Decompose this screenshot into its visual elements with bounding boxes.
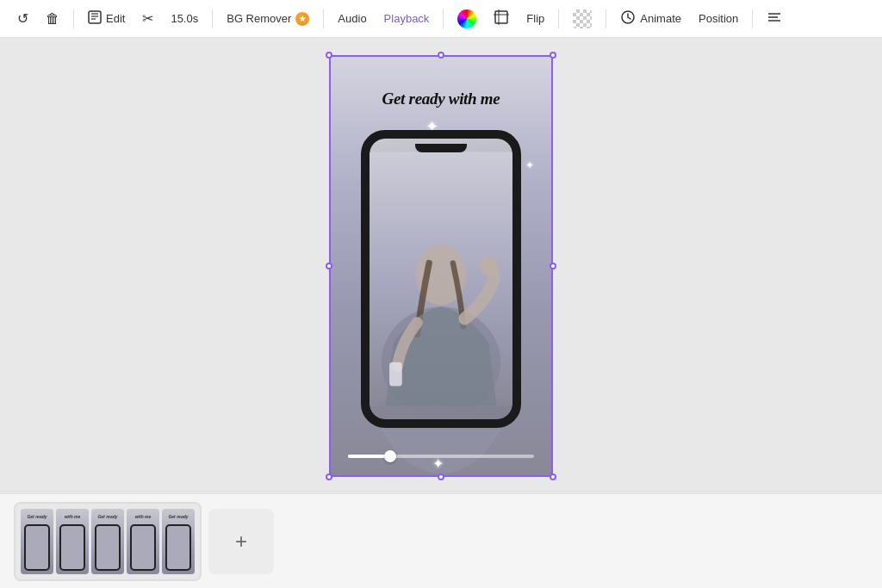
- svg-rect-4: [495, 11, 507, 23]
- handle-tl[interactable]: [326, 52, 332, 59]
- film-thumb-1-text: Get ready: [22, 514, 52, 519]
- film-thumb-3[interactable]: Get ready: [91, 509, 124, 574]
- divider-6: [606, 9, 606, 28]
- position-label: Position: [699, 12, 738, 25]
- film-thumb-5-phone: [165, 524, 191, 571]
- refresh-button[interactable]: ↺: [10, 9, 35, 29]
- divider-3: [323, 9, 324, 28]
- handle-tm[interactable]: [438, 52, 444, 59]
- divider-2: [212, 9, 213, 28]
- film-thumb-1[interactable]: Get ready: [21, 509, 53, 574]
- bg-remover-button[interactable]: BG Remover ★: [220, 9, 316, 29]
- transparency-button[interactable]: [566, 6, 599, 32]
- phone-notch: [415, 144, 467, 152]
- edit-button[interactable]: Edit: [81, 7, 132, 30]
- handle-br[interactable]: [550, 473, 556, 480]
- divider-5: [558, 9, 559, 28]
- handle-ml[interactable]: [326, 263, 332, 269]
- sparkle-3: ✦: [432, 457, 444, 471]
- filmstrip: Get ready with me Get ready with me Get …: [14, 502, 202, 581]
- svg-point-17: [479, 256, 498, 275]
- film-thumb-1-phone: [24, 524, 50, 571]
- film-thumb-4[interactable]: with me: [127, 509, 159, 574]
- animate-button[interactable]: Animate: [613, 6, 688, 31]
- color-wheel-button[interactable]: [450, 6, 483, 32]
- playback-label: Playback: [384, 12, 430, 25]
- phone-person-svg: [370, 139, 512, 419]
- flip-label: Flip: [526, 12, 544, 25]
- film-thumb-2[interactable]: with me: [56, 509, 89, 574]
- more-options-icon: [767, 9, 782, 28]
- svg-rect-0: [89, 11, 101, 23]
- add-page-icon: +: [235, 529, 247, 554]
- playback-thumb[interactable]: [384, 450, 396, 462]
- film-thumb-2-text: with me: [58, 514, 87, 519]
- divider-4: [443, 9, 444, 28]
- canvas-container[interactable]: Get ready with me ✦ ✦ ✦ ✦: [329, 55, 553, 477]
- toolbar: ↺ 🗑 Edit ✂ 15.0s BG Remover ★ Audio Play…: [0, 0, 882, 38]
- film-thumb-3-phone: [95, 524, 121, 571]
- scissors-button[interactable]: ✂: [135, 9, 160, 29]
- film-thumb-5[interactable]: Get ready: [162, 509, 195, 574]
- duration-display[interactable]: 15.0s: [164, 9, 205, 28]
- transparency-icon: [573, 9, 592, 28]
- handle-bm[interactable]: [438, 473, 444, 480]
- animate-label: Animate: [640, 12, 681, 25]
- film-thumb-2-phone: [59, 524, 85, 571]
- canvas-area: Get ready with me ✦ ✦ ✦ ✦: [0, 38, 882, 493]
- film-thumb-4-text: with me: [128, 514, 158, 519]
- sparkle-4: ✦: [525, 160, 534, 170]
- scissors-icon: ✂: [142, 12, 153, 26]
- playback-progress-fill: [348, 455, 389, 458]
- handle-bl[interactable]: [326, 473, 332, 480]
- film-thumb-5-text: Get ready: [164, 514, 193, 519]
- bg-remover-label: BG Remover: [227, 12, 291, 25]
- phone-screen: [370, 139, 512, 419]
- crop-button[interactable]: [487, 6, 516, 31]
- playback-button[interactable]: Playback: [377, 9, 437, 28]
- divider-7: [752, 9, 753, 28]
- duration-label: 15.0s: [171, 12, 198, 25]
- audio-label: Audio: [338, 12, 366, 25]
- audio-button[interactable]: Audio: [331, 9, 373, 28]
- more-options-button[interactable]: [760, 6, 789, 31]
- edit-label: Edit: [106, 12, 125, 25]
- delete-button[interactable]: 🗑: [39, 9, 66, 29]
- crop-icon: [494, 9, 509, 28]
- canvas-title: Get ready with me: [331, 90, 551, 109]
- handle-tr[interactable]: [550, 52, 556, 59]
- canvas-frame: Get ready with me ✦ ✦ ✦ ✦: [329, 55, 553, 477]
- animate-icon: [620, 9, 636, 28]
- position-button[interactable]: Position: [692, 9, 745, 28]
- film-thumb-4-phone: [130, 524, 156, 571]
- flip-button[interactable]: Flip: [519, 9, 551, 28]
- bottom-bar: Get ready with me Get ready with me Get …: [0, 493, 882, 588]
- bg-remover-badge: ★: [295, 12, 309, 26]
- phone-frame: [361, 130, 521, 428]
- edit-icon: [88, 10, 102, 27]
- trash-icon: 🗑: [46, 12, 59, 26]
- svg-rect-18: [389, 362, 402, 386]
- add-page-button[interactable]: +: [208, 509, 274, 574]
- film-thumb-3-text: Get ready: [93, 514, 122, 519]
- handle-mr[interactable]: [550, 263, 556, 269]
- divider-1: [73, 9, 74, 28]
- color-wheel-icon: [457, 9, 476, 28]
- refresh-icon: ↺: [17, 12, 28, 26]
- playback-scrubber[interactable]: [348, 455, 534, 458]
